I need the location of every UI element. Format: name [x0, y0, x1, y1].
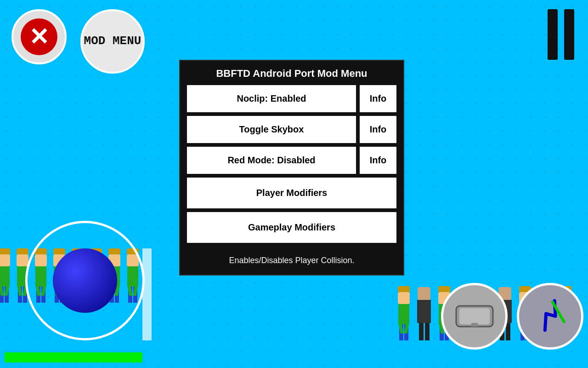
mod-panel: BBFTD Android Port Mod Menu Noclip: Enab… [179, 60, 404, 276]
pause-bar-right [564, 9, 574, 60]
mod-menu-button[interactable]: MOD MENU [80, 9, 145, 74]
player-modifiers-button[interactable]: Player Modifiers [187, 178, 396, 208]
pause-button[interactable] [548, 9, 574, 60]
mirror-icon [454, 304, 495, 329]
dark-char [414, 287, 434, 340]
arrow-circle[interactable] [517, 283, 583, 350]
close-icon: ✕ [21, 18, 57, 55]
arrow-icon [522, 288, 578, 345]
redmode-row: Red Mode: Disabled Info [187, 147, 396, 174]
svg-rect-2 [471, 323, 478, 327]
panel-title: BBFTD Android Port Mod Menu [187, 68, 396, 80]
pause-bar-left [548, 9, 558, 60]
gameplay-modifiers-button[interactable]: Gameplay Modifiers [187, 212, 396, 243]
skybox-info-button[interactable]: Info [360, 116, 396, 143]
skybox-row: Toggle Skybox Info [187, 116, 396, 143]
redmode-info-button[interactable]: Info [360, 147, 396, 174]
bottom-right-controls [441, 283, 583, 350]
status-bar [5, 352, 142, 362]
noclip-row: Noclip: Enabled Info [187, 85, 396, 112]
baldi-char [0, 248, 13, 340]
close-button[interactable]: ✕ [11, 9, 67, 64]
noclip-info-button[interactable]: Info [360, 85, 396, 112]
svg-rect-1 [459, 308, 490, 324]
mod-menu-label: MOD MENU [84, 34, 141, 48]
ball-circle[interactable] [25, 221, 145, 340]
blue-ball [53, 248, 117, 313]
noclip-button[interactable]: Noclip: Enabled [187, 85, 356, 112]
skybox-button[interactable]: Toggle Skybox [187, 116, 356, 143]
panel-description: Enables/Disables Player Collision. [187, 253, 396, 268]
mirror-circle[interactable] [441, 283, 508, 350]
baldi-char [395, 286, 413, 340]
redmode-button[interactable]: Red Mode: Disabled [187, 147, 356, 174]
